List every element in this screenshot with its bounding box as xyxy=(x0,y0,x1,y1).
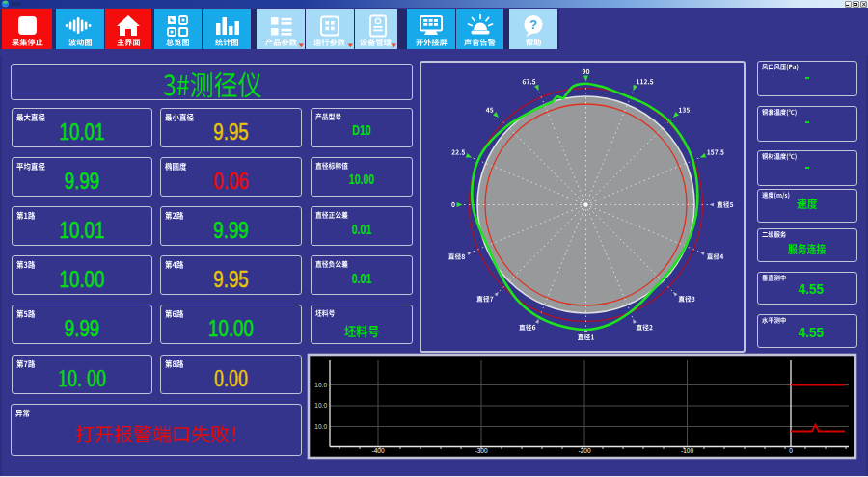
svg-text:0: 0 xyxy=(789,447,793,454)
svg-text:10.0: 10.0 xyxy=(314,423,327,430)
svg-text:-400: -400 xyxy=(371,447,384,454)
svg-text:?: ? xyxy=(529,17,537,32)
svg-text:-100: -100 xyxy=(681,447,693,454)
svg-text:-300: -300 xyxy=(475,447,487,454)
svg-text:-200: -200 xyxy=(578,447,590,454)
svg-text:10.0: 10.0 xyxy=(314,402,327,409)
svg-text:10.0: 10.0 xyxy=(314,382,327,388)
